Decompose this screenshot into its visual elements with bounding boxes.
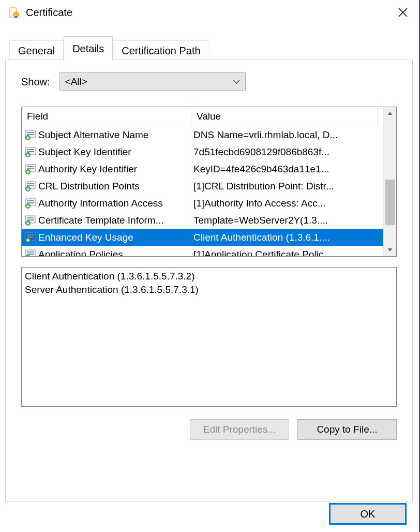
tab-certpath-label: Certification Path (122, 45, 200, 57)
svg-rect-3 (27, 132, 34, 133)
fields-scrollbar[interactable] (383, 107, 396, 256)
svg-rect-11 (27, 166, 34, 167)
show-label: Show: (21, 76, 50, 88)
tab-general-label: General (18, 45, 55, 57)
show-dropdown[interactable]: <All> (59, 72, 246, 91)
scroll-thumb[interactable] (385, 180, 395, 225)
svg-rect-23 (27, 217, 34, 218)
fields-listbox: Field Value Subject Alternative NameDNS … (21, 107, 397, 257)
row-field-text: Authority Information Access (38, 198, 163, 209)
tab-certification-path[interactable]: Certification Path (113, 40, 209, 61)
table-row[interactable]: Subject Alternative NameDNS Name=vrli.rh… (22, 126, 396, 143)
ok-button[interactable]: OK (329, 503, 407, 525)
svg-rect-31 (27, 252, 34, 253)
table-row[interactable]: CRL Distribution Points[1]CRL Distributi… (22, 178, 396, 195)
copy-to-file-button[interactable]: Copy to File... (297, 419, 397, 440)
fields-header: Field Value (22, 107, 396, 126)
row-field-text: Application Policies (38, 249, 123, 257)
show-dropdown-value: <All> (65, 76, 87, 87)
table-row[interactable]: Certificate Template Inform...Template=W… (22, 212, 396, 229)
chevron-down-icon (233, 79, 240, 84)
button-row: Edit Properties... Copy to File... (6, 419, 397, 440)
window-title: Certificate (26, 7, 72, 19)
column-header-value[interactable]: Value (191, 107, 378, 126)
close-button[interactable] (391, 1, 415, 24)
svg-rect-7 (27, 149, 34, 150)
row-value-text: [1]Application Certificate Polic (193, 249, 323, 257)
svg-rect-32 (27, 254, 34, 255)
svg-rect-16 (27, 185, 34, 186)
tab-details[interactable]: Details (64, 36, 113, 61)
dialog-body: General Details Certification Path Show:… (5, 36, 413, 502)
svg-rect-19 (27, 200, 34, 201)
row-value-text: 7d51fecbd6908129f086b863f... (193, 146, 329, 157)
edit-properties-button: Edit Properties... (190, 419, 289, 440)
svg-rect-20 (27, 202, 34, 203)
svg-rect-4 (27, 134, 34, 135)
edit-properties-label: Edit Properties... (203, 424, 276, 435)
fields-rows: Subject Alternative NameDNS Name=vrli.rh… (22, 126, 396, 257)
svg-rect-8 (27, 151, 34, 152)
show-row: Show: <All> (21, 72, 246, 91)
row-value-text: Client Authentication (1.3.6.1.... (193, 232, 330, 243)
row-value-text: KeyID=4fe426c9b463da11e1... (193, 164, 329, 174)
row-field-text: Subject Alternative Name (38, 129, 148, 141)
row-value-text: [1]Authority Info Access: Acc... (193, 198, 326, 209)
row-field-text: Authority Key Identifier (38, 164, 137, 175)
row-value-text: DNS Name=vrli.rhmlab.local, D... (193, 129, 338, 140)
row-value-text: Template=WebServer2Y(1.3.... (193, 215, 328, 226)
svg-rect-15 (27, 183, 34, 184)
scroll-down-icon[interactable] (384, 244, 396, 256)
field-detail-text[interactable]: Client Authentication (1.3.6.1.5.5.7.3.2… (21, 267, 397, 407)
tab-panel-details: Show: <All> Field Value Subject Alternat… (5, 60, 413, 501)
row-field-text: Certificate Template Inform... (38, 215, 164, 226)
svg-rect-28 (27, 237, 34, 238)
copy-to-file-label: Copy to File... (317, 424, 377, 435)
certificate-dialog: Certificate General Details Certificatio… (0, 0, 420, 532)
table-row[interactable]: Application Policies[1]Application Certi… (22, 246, 396, 257)
scroll-up-icon[interactable] (384, 107, 396, 120)
table-row[interactable]: Subject Key Identifier7d51fecbd6908129f0… (22, 143, 396, 160)
table-row[interactable]: Authority Information Access[1]Authority… (22, 195, 396, 212)
table-row[interactable]: Authority Key IdentifierKeyID=4fe426c9b4… (22, 160, 396, 178)
ok-label: OK (361, 508, 376, 520)
tab-general[interactable]: General (9, 40, 64, 61)
titlebar: Certificate (0, 0, 419, 25)
row-field-text: Enhanced Key Usage (38, 232, 133, 243)
tabstrip: General Details Certification Path (9, 36, 209, 60)
svg-rect-24 (27, 219, 34, 220)
column-header-field[interactable]: Field (22, 107, 191, 126)
row-field-text: Subject Key Identifier (38, 146, 131, 158)
svg-rect-12 (27, 168, 34, 169)
row-field-text: CRL Distribution Points (38, 181, 140, 192)
row-value-text: [1]CRL Distribution Point: Distr... (193, 181, 334, 191)
certificate-icon (8, 7, 20, 18)
tab-details-label: Details (72, 43, 104, 55)
svg-rect-27 (27, 234, 34, 235)
table-row[interactable]: Enhanced Key UsageClient Authentication … (22, 229, 396, 246)
